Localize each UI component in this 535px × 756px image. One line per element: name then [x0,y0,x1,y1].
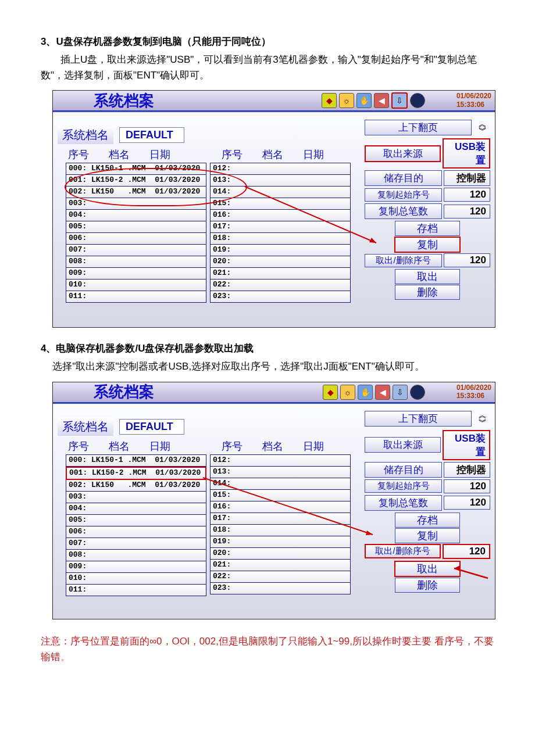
dot-icon[interactable] [410,385,425,400]
file-row[interactable]: 007: [66,245,206,256]
copy-button[interactable]: 复制 [394,237,461,253]
page-arrows-icon[interactable]: ︽︾ [475,410,490,428]
dest-value[interactable]: 控制器 [444,462,490,478]
copy-count-value[interactable]: 120 [444,496,490,510]
file-row[interactable]: 021: [210,560,351,571]
file-row[interactable]: 017: [210,513,351,525]
section4-heading: 4、电脑保存机器参数/U盘保存机器参数取出加载 [41,342,494,355]
file-row[interactable]: 022: [210,571,351,583]
page-arrows-icon[interactable]: ︽︾ [475,118,490,137]
file-row[interactable]: 003: [66,198,206,210]
page-button[interactable]: 上下翻页 [365,120,472,135]
usb-icon[interactable]: ⇩ [393,385,408,400]
source-button[interactable]: 取出来源 [365,437,441,453]
copy-button[interactable]: 复制 [395,528,460,543]
file-row[interactable]: 018: [210,233,351,245]
index-value[interactable]: 120 [443,544,490,559]
file-row[interactable]: 000: LK150-1 .MCM 01/03/2020 [66,454,206,467]
file-row[interactable]: 006: [66,526,206,538]
file-row[interactable]: 006: [66,233,206,245]
copy-start-button[interactable]: 复制起始序号 [365,479,442,493]
delete-button[interactable]: 删除 [395,578,460,593]
copy-start-button[interactable]: 复制起始序号 [365,188,442,202]
bell-icon[interactable]: ☼ [340,385,355,400]
source-value[interactable]: USB装置 [443,430,490,460]
shield-icon[interactable]: ◆ [322,93,337,108]
file-row[interactable]: 011: [66,291,206,303]
file-row[interactable]: 017: [210,221,351,233]
file-row[interactable]: 008: [66,550,206,561]
file-row[interactable]: 021: [210,268,351,280]
file-name-field[interactable]: DEFAULT [119,419,184,435]
load-button[interactable]: 取出 [395,269,460,284]
file-row[interactable]: 010: [66,573,206,585]
file-row-selected[interactable]: 001: LK150-2 .MCM 01/03/2020 [66,467,206,480]
file-row[interactable]: 019: [210,245,351,256]
file-row[interactable]: 022: [210,280,351,291]
file-row[interactable]: 014: [210,187,351,198]
file-row[interactable]: 010: [66,280,206,291]
hand-icon[interactable]: ✋ [356,93,372,108]
index-button[interactable]: 取出/删除序号 [365,254,442,267]
file-row[interactable]: 005: [66,221,206,233]
file-list-a[interactable]: 000: LK150-1 .MCM 01/03/2020 001: LK150-… [66,163,206,303]
file-list-b[interactable]: 012: 013: 014: 015: 016: 017: 018: 019: … [210,163,351,303]
source-button[interactable]: 取出来源 [365,145,441,162]
dest-button[interactable]: 储存目的 [365,462,442,478]
file-row[interactable]: 002: LK150 .MCM 01/03/2020 [66,480,206,492]
file-row[interactable]: 011: [66,585,206,596]
file-row[interactable]: 009: [66,268,206,280]
copy-count-value[interactable]: 120 [444,205,490,218]
dest-value[interactable]: 控制器 [444,170,490,186]
source-value[interactable]: USB装置 [443,138,490,169]
shield-icon[interactable]: ◆ [323,385,338,400]
file-row[interactable]: 020: [210,256,351,268]
file-row[interactable]: 018: [210,525,351,536]
horn-icon[interactable]: ◀ [375,385,390,400]
file-row[interactable]: 016: [210,501,351,513]
file-row[interactable]: 012: [210,454,351,467]
file-row[interactable]: 003: [66,492,206,503]
copy-count-button[interactable]: 复制总笔数 [365,495,442,511]
file-row[interactable]: 012: [210,163,351,175]
file-row[interactable]: 020: [210,548,351,560]
hmi-title-bar: 系统档案 ◆ ☼ ✋ ◀ ⇩ 01/06/202015:33:06 [53,382,495,403]
file-row[interactable]: 005: [66,515,206,526]
horn-icon[interactable]: ◀ [374,93,389,108]
file-row[interactable]: 000: LK150-1 .MCM 01/03/2020 [66,163,206,175]
file-row[interactable]: 001: LK150-2 .MCM 01/03/2020 [66,175,206,187]
file-row[interactable]: 004: [66,503,206,515]
usb-icon[interactable]: ⇩ [391,92,408,109]
save-button[interactable]: 存档 [395,221,460,236]
file-row[interactable]: 013: [210,467,351,478]
file-list-b[interactable]: 012: 013: 014: 015: 016: 017: 018: 019: … [210,454,351,596]
file-row[interactable]: 008: [66,256,206,268]
load-button[interactable]: 取出 [394,561,461,577]
bell-icon[interactable]: ☼ [339,93,354,108]
save-button[interactable]: 存档 [395,513,460,528]
dest-button[interactable]: 储存目的 [365,170,442,186]
file-row[interactable]: 015: [210,198,351,210]
file-list-a[interactable]: 000: LK150-1 .MCM 01/03/2020 001: LK150-… [66,454,206,596]
file-row[interactable]: 009: [66,561,206,573]
file-row[interactable]: 013: [210,175,351,187]
file-row[interactable]: 016: [210,210,351,221]
page-button[interactable]: 上下翻页 [365,411,472,427]
file-name-field[interactable]: DEFAULT [119,127,184,143]
copy-count-button[interactable]: 复制总笔数 [365,203,442,219]
copy-start-value[interactable]: 120 [444,188,490,202]
file-row[interactable]: 023: [210,291,351,303]
file-row[interactable]: 014: [210,478,351,490]
dot-icon[interactable] [410,93,425,108]
delete-button[interactable]: 删除 [395,285,460,300]
file-row[interactable]: 004: [66,210,206,221]
file-row[interactable]: 015: [210,490,351,501]
file-row[interactable]: 007: [66,538,206,550]
copy-start-value[interactable]: 120 [444,479,490,493]
file-row[interactable]: 019: [210,536,351,548]
file-row[interactable]: 002: LK150 .MCM 01/03/2020 [66,187,206,198]
index-button[interactable]: 取出/删除序号 [365,544,441,558]
hand-icon[interactable]: ✋ [358,385,373,400]
file-row[interactable]: 023: [210,583,351,594]
index-value[interactable]: 120 [444,253,490,267]
